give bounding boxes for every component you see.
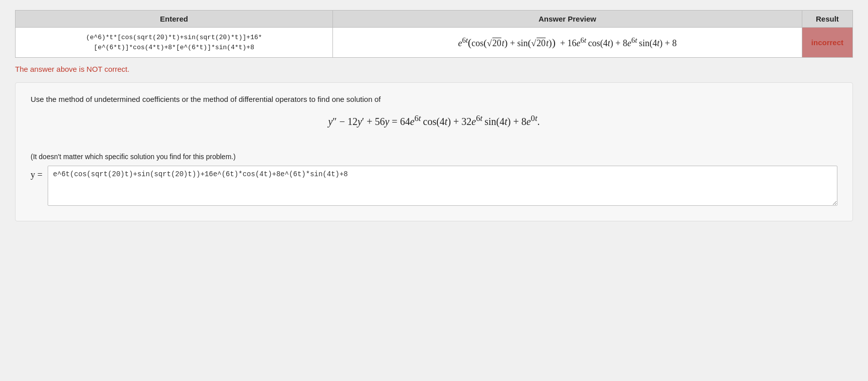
answer-input-row: y = e^6t(cos(sqrt(20)t)+sin(sqrt(20)t))+… <box>31 166 837 206</box>
result-cell: incorrect <box>802 28 852 58</box>
problem-intro: Use the method of undetermined coefficie… <box>31 95 837 103</box>
preview-cell: e6t(cos(√20t) + sin(√20t)) + 16e6t cos(4… <box>333 28 802 58</box>
problem-box: Use the method of undetermined coefficie… <box>15 82 853 221</box>
col-result-header: Result <box>802 11 852 28</box>
entered-cell: (e^6)*t*[cos(sqrt(20)*t)+sin(sqrt(20)*t)… <box>16 28 333 58</box>
parens-note: (It doesn't matter which specific soluti… <box>31 153 837 161</box>
answer-table: Entered Answer Preview Result (e^6)*t*[c… <box>15 10 853 58</box>
answer-input[interactable]: e^6t(cos(sqrt(20)t)+sin(sqrt(20)t))+16e^… <box>48 166 837 206</box>
y-equals-label: y = <box>31 166 43 180</box>
col-entered-header: Entered <box>16 11 333 28</box>
not-correct-message: The answer above is NOT correct. <box>15 65 853 73</box>
col-preview-header: Answer Preview <box>333 11 802 28</box>
equation-display: y″ − 12y′ + 56y = 64e6t cos(4t) + 32e6t … <box>31 113 837 128</box>
